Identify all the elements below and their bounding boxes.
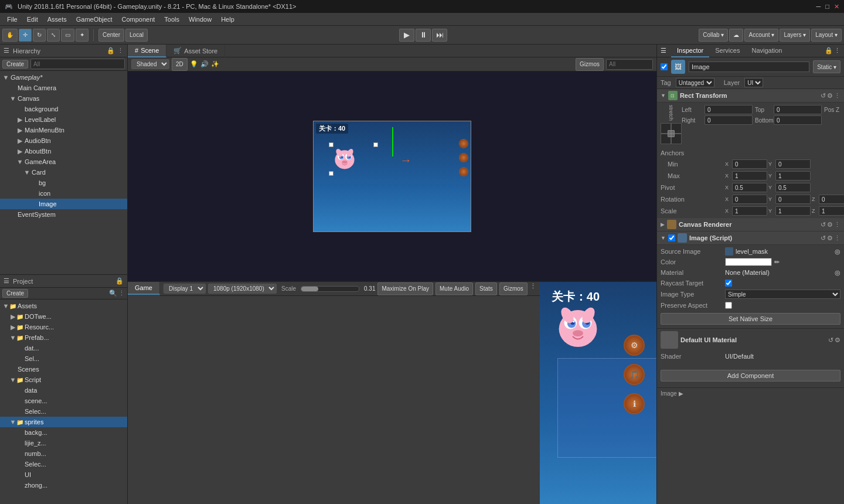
- hierarchy-lock-icon[interactable]: 🔒: [107, 47, 115, 55]
- color-pick-btn[interactable]: ✏: [774, 258, 780, 266]
- project-lock-icon[interactable]: 🔒: [115, 277, 124, 285]
- menu-file[interactable]: File: [2, 15, 22, 24]
- image-type-select[interactable]: Simple: [725, 290, 840, 299]
- play-btn[interactable]: ▶: [399, 29, 414, 42]
- rb-btn-2[interactable]: [459, 153, 468, 162]
- rot-x-input[interactable]: [732, 195, 767, 204]
- is-reset-icon[interactable]: ↺: [821, 234, 826, 242]
- project-folder-selec[interactable]: Selec...: [0, 459, 127, 469]
- rt-left-input[interactable]: [705, 105, 753, 114]
- rt-more-icon[interactable]: ⋮: [834, 92, 840, 100]
- hierarchy-item-bg[interactable]: bg: [0, 178, 127, 188]
- step-btn[interactable]: ⏭: [432, 29, 447, 42]
- menu-gameobject[interactable]: GameObject: [72, 15, 117, 24]
- scene-effects-icon[interactable]: ✨: [211, 60, 219, 68]
- rt-bottom-input[interactable]: [774, 115, 822, 125]
- scene-tab[interactable]: # Scene: [128, 45, 166, 57]
- scene-search[interactable]: [606, 59, 653, 70]
- static-btn[interactable]: Static ▾: [813, 60, 840, 73]
- layout-btn[interactable]: Layout ▾: [811, 29, 842, 42]
- project-create-btn[interactable]: Create: [2, 289, 28, 298]
- project-folder-dat[interactable]: dat...: [0, 343, 127, 353]
- source-image-pick-btn[interactable]: ◎: [835, 248, 840, 256]
- rt-reset-icon[interactable]: ↺: [821, 92, 826, 100]
- maximize-btn[interactable]: Maximize On Play: [377, 282, 433, 295]
- minimize-btn[interactable]: ─: [816, 3, 821, 11]
- object-name-input[interactable]: [689, 62, 809, 72]
- hierarchy-item-gameplay[interactable]: ▼Gameplay*: [0, 72, 127, 83]
- image-script-foldout[interactable]: ▼ Image (Script) ↺ ⚙ ⋮: [657, 231, 844, 245]
- game-tab[interactable]: Game: [128, 282, 160, 295]
- game-menu-icon[interactable]: ⋮: [530, 282, 536, 295]
- display-dropdown[interactable]: Display 1: [164, 284, 206, 294]
- inspector-tab[interactable]: Inspector: [671, 45, 709, 57]
- add-component-btn[interactable]: Add Component: [661, 370, 840, 382]
- hierarchy-item-image[interactable]: Image: [0, 199, 127, 209]
- tree-arrow-8[interactable]: ▼: [16, 158, 23, 165]
- project-options-icon[interactable]: ⋮: [118, 290, 125, 297]
- project-folder-numb[interactable]: numb...: [0, 448, 127, 459]
- min-x-input[interactable]: [732, 159, 767, 169]
- project-folder-selec[interactable]: Selec...: [0, 406, 127, 417]
- layers-btn[interactable]: Layers ▾: [780, 29, 810, 42]
- object-active-checkbox[interactable]: [661, 63, 668, 70]
- resolution-dropdown[interactable]: 1080p (1920x1080): [208, 284, 277, 294]
- proj-arrow-2[interactable]: ▶: [9, 323, 16, 331]
- preserve-checkbox[interactable]: [725, 302, 732, 309]
- hierarchy-item-eventsystem[interactable]: EventSystem: [0, 209, 127, 220]
- close-btn[interactable]: ✕: [834, 3, 839, 11]
- maximize-btn[interactable]: □: [825, 3, 829, 11]
- project-folder-sprites[interactable]: ▼📁 sprites: [0, 417, 127, 427]
- tree-arrow-5[interactable]: ▶: [16, 127, 23, 134]
- hierarchy-item-aboutbtn[interactable]: ▶AboutBtn: [0, 146, 127, 156]
- pause-btn[interactable]: ⏸: [416, 29, 431, 42]
- image-script-active[interactable]: [668, 234, 675, 241]
- game-btn-1[interactable]: ⚙: [624, 335, 645, 356]
- project-folder-ui[interactable]: UI: [0, 469, 127, 480]
- is-settings-icon[interactable]: ⚙: [827, 234, 833, 242]
- rt-right-input[interactable]: [705, 115, 753, 125]
- proj-arrow-7[interactable]: ▼: [9, 376, 16, 383]
- services-tab[interactable]: Services: [709, 45, 746, 57]
- proj-arrow-1[interactable]: ▶: [9, 313, 16, 321]
- asset-store-tab[interactable]: 🛒 Asset Store: [166, 45, 225, 57]
- tree-arrow-2[interactable]: ▼: [9, 95, 16, 102]
- menu-edit[interactable]: Edit: [22, 15, 43, 24]
- inspector-menu-icon[interactable]: ⋮: [834, 47, 840, 55]
- cr-more-icon[interactable]: ⋮: [834, 221, 840, 229]
- rb-btn-1[interactable]: [459, 139, 468, 148]
- hierarchy-item-audiobtn[interactable]: ▶AudioBtn: [0, 135, 127, 146]
- menu-tools[interactable]: Tools: [159, 15, 184, 24]
- scale-x-input[interactable]: [732, 206, 767, 216]
- cr-settings-icon[interactable]: ⚙: [827, 221, 833, 229]
- rect-transform-foldout[interactable]: ▼ ⊡ Rect Transform ↺ ⚙ ⋮: [657, 89, 844, 103]
- project-folder-resourc[interactable]: ▶📁 Resourc...: [0, 322, 127, 332]
- game-gizmos-btn[interactable]: Gizmos: [499, 282, 528, 295]
- inspector-lock-icon[interactable]: 🔒: [825, 47, 833, 55]
- rt-settings-icon[interactable]: ⚙: [827, 92, 833, 100]
- tree-arrow-9[interactable]: ▼: [23, 169, 30, 176]
- rotate-tool[interactable]: ↻: [33, 29, 46, 42]
- mute-btn[interactable]: Mute Audio: [435, 282, 473, 295]
- layer-select[interactable]: UI: [744, 78, 763, 87]
- multi-tool[interactable]: ✦: [76, 29, 89, 42]
- rot-z-input[interactable]: [819, 195, 844, 204]
- is-more-icon[interactable]: ⋮: [834, 234, 840, 242]
- project-folder-sel[interactable]: Sel...: [0, 353, 127, 364]
- canvas-renderer-foldout[interactable]: ▶ Canvas Renderer ↺ ⚙ ⋮: [657, 218, 844, 231]
- rb-btn-3[interactable]: [459, 167, 468, 176]
- tree-arrow-4[interactable]: ▶: [16, 116, 23, 124]
- gizmos-btn[interactable]: Gizmos: [576, 58, 604, 71]
- menu-assets[interactable]: Assets: [43, 15, 72, 24]
- mode-2d-btn[interactable]: 2D: [172, 58, 188, 71]
- cr-reset-icon[interactable]: ↺: [821, 221, 826, 229]
- rot-y-input[interactable]: [775, 195, 811, 204]
- set-native-size-btn[interactable]: Set Native Size: [661, 313, 840, 325]
- project-folder-data[interactable]: data: [0, 385, 127, 396]
- project-folder-assets[interactable]: ▼📁 Assets: [0, 301, 127, 311]
- tree-arrow-0[interactable]: ▼: [2, 74, 9, 81]
- menu-help[interactable]: Help: [216, 15, 239, 24]
- account-btn[interactable]: Account ▾: [744, 29, 778, 42]
- shaded-dropdown[interactable]: Shaded: [131, 59, 169, 69]
- move-tool[interactable]: ✛: [19, 29, 32, 42]
